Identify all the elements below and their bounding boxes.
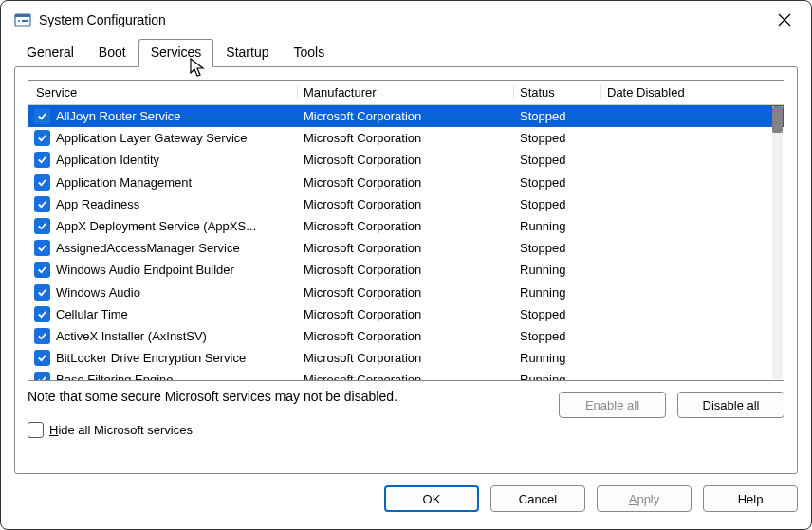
service-name: App Readiness	[56, 197, 139, 211]
table-row[interactable]: App ReadinessMicrosoft CorporationStoppe…	[28, 193, 784, 215]
service-name: Application Management	[56, 175, 192, 190]
service-name: Base Filtering Engine	[56, 373, 174, 380]
service-status: Stopped	[514, 329, 601, 343]
tab-boot[interactable]: Boot	[86, 39, 138, 67]
service-name: AllJoyn Router Service	[56, 109, 181, 123]
header-manufacturer[interactable]: Manufacturer	[298, 85, 514, 100]
service-mfr: Microsoft Corporation	[298, 175, 514, 190]
service-name: ActiveX Installer (AxInstSV)	[56, 329, 207, 343]
service-mfr: Microsoft Corporation	[298, 263, 514, 277]
row-checkbox[interactable]	[34, 262, 50, 278]
table-row[interactable]: Base Filtering EngineMicrosoft Corporati…	[28, 369, 784, 380]
services-table: Service Manufacturer Status Date Disable…	[28, 80, 784, 381]
service-name: Cellular Time	[56, 307, 128, 321]
service-mfr: Microsoft Corporation	[298, 285, 514, 300]
table-row[interactable]: AssignedAccessManager ServiceMicrosoft C…	[28, 237, 784, 259]
ok-button[interactable]: OK	[384, 485, 479, 512]
service-mfr: Microsoft Corporation	[298, 351, 514, 365]
svg-rect-3	[22, 20, 28, 22]
help-button[interactable]: Help	[703, 485, 798, 512]
row-checkbox[interactable]	[34, 108, 50, 124]
service-name: Application Layer Gateway Service	[56, 131, 248, 145]
table-header: Service Manufacturer Status Date Disable…	[28, 81, 784, 105]
service-mfr: Microsoft Corporation	[298, 197, 514, 211]
table-row[interactable]: Application IdentityMicrosoft Corporatio…	[28, 149, 784, 171]
table-row[interactable]: BitLocker Drive Encryption ServiceMicros…	[28, 347, 784, 369]
service-name: Windows Audio	[56, 285, 140, 300]
header-date-disabled[interactable]: Date Disabled	[601, 85, 784, 100]
service-status: Running	[514, 351, 601, 365]
disable-all-button[interactable]: Disable all	[677, 392, 784, 418]
close-button[interactable]	[771, 7, 798, 33]
scrollbar-thumb[interactable]	[772, 106, 783, 133]
app-icon	[14, 11, 31, 28]
row-checkbox[interactable]	[34, 152, 50, 168]
row-checkbox[interactable]	[34, 350, 50, 366]
service-name: BitLocker Drive Encryption Service	[56, 351, 246, 365]
service-status: Running	[514, 219, 601, 233]
service-mfr: Microsoft Corporation	[298, 241, 514, 255]
tab-general[interactable]: General	[14, 39, 86, 67]
tab-tools[interactable]: Tools	[281, 39, 337, 67]
apply-button[interactable]: Apply	[597, 485, 692, 512]
service-name: Windows Audio Endpoint Builder	[56, 263, 234, 277]
scrollbar-track[interactable]	[772, 106, 783, 379]
tab-strip: General Boot Services Startup Tools	[14, 39, 798, 67]
svg-point-2	[18, 20, 20, 22]
services-panel: Service Manufacturer Status Date Disable…	[14, 66, 798, 474]
row-checkbox[interactable]	[34, 306, 50, 322]
window-title: System Configuration	[39, 12, 771, 27]
row-checkbox[interactable]	[34, 174, 50, 191]
row-checkbox[interactable]	[34, 372, 50, 380]
header-service[interactable]: Service	[28, 85, 298, 100]
header-status[interactable]: Status	[514, 85, 601, 100]
tab-services[interactable]: Services	[138, 39, 214, 67]
enable-all-button[interactable]: Enable all	[559, 392, 666, 418]
table-row[interactable]: Application Layer Gateway ServiceMicroso…	[28, 127, 784, 149]
service-status: Stopped	[514, 175, 601, 190]
row-checkbox[interactable]	[34, 130, 50, 146]
row-checkbox[interactable]	[34, 328, 50, 344]
title-bar: System Configuration	[1, 1, 811, 39]
hide-ms-checkbox[interactable]	[28, 422, 44, 438]
table-row[interactable]: ActiveX Installer (AxInstSV)Microsoft Co…	[28, 325, 784, 347]
service-name: Application Identity	[56, 153, 159, 167]
svg-rect-1	[15, 14, 30, 17]
table-row[interactable]: Application ManagementMicrosoft Corporat…	[28, 172, 784, 193]
service-status: Stopped	[514, 131, 601, 145]
service-status: Running	[514, 263, 601, 277]
service-status: Running	[514, 285, 601, 300]
service-status: Running	[514, 373, 601, 380]
service-status: Stopped	[514, 241, 601, 255]
service-mfr: Microsoft Corporation	[298, 329, 514, 343]
table-row[interactable]: Cellular TimeMicrosoft CorporationStoppe…	[28, 303, 784, 325]
service-status: Stopped	[514, 153, 601, 167]
service-mfr: Microsoft Corporation	[298, 153, 514, 167]
service-status: Stopped	[514, 109, 601, 123]
service-mfr: Microsoft Corporation	[298, 131, 514, 145]
hide-ms-label[interactable]: Hide all Microsoft services	[49, 423, 193, 437]
service-name: AppX Deployment Service (AppXS...	[56, 219, 256, 233]
row-checkbox[interactable]	[34, 196, 50, 212]
table-row[interactable]: AllJoyn Router ServiceMicrosoft Corporat…	[28, 105, 784, 127]
service-name: AssignedAccessManager Service	[56, 241, 240, 255]
service-status: Stopped	[514, 197, 601, 211]
tab-startup[interactable]: Startup	[213, 39, 281, 67]
row-checkbox[interactable]	[34, 240, 50, 256]
service-mfr: Microsoft Corporation	[298, 307, 514, 321]
service-status: Stopped	[514, 307, 601, 321]
cancel-button[interactable]: Cancel	[490, 485, 585, 512]
row-checkbox[interactable]	[34, 218, 50, 234]
service-mfr: Microsoft Corporation	[298, 219, 514, 233]
service-mfr: Microsoft Corporation	[298, 109, 514, 123]
row-checkbox[interactable]	[34, 284, 50, 301]
table-row[interactable]: Windows AudioMicrosoft CorporationRunnin…	[28, 282, 784, 303]
dialog-buttons: OK Cancel Apply Help	[14, 474, 798, 512]
table-body: AllJoyn Router ServiceMicrosoft Corporat…	[28, 105, 784, 380]
table-row[interactable]: Windows Audio Endpoint BuilderMicrosoft …	[28, 259, 784, 281]
table-row[interactable]: AppX Deployment Service (AppXS...Microso…	[28, 215, 784, 237]
service-mfr: Microsoft Corporation	[298, 373, 514, 380]
